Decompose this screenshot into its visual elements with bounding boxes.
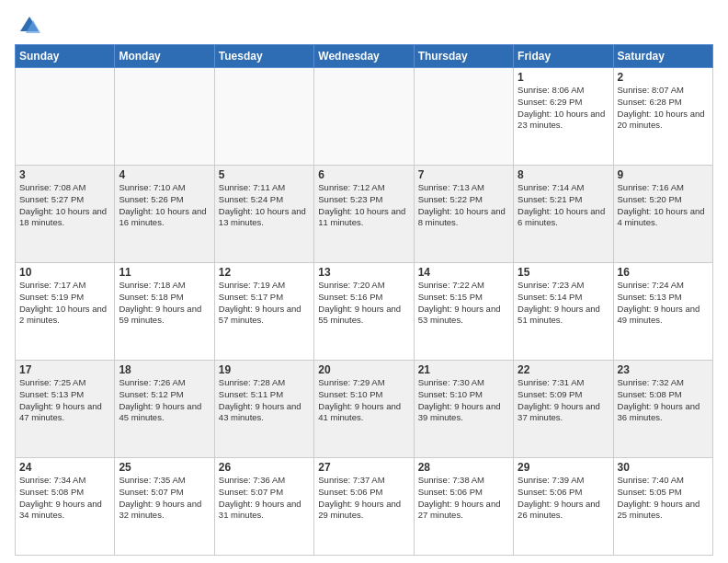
day-info: Sunrise: 7:39 AM Sunset: 5:06 PM Dayligh…: [518, 475, 609, 522]
day-number: 29: [518, 461, 609, 474]
day-number: 10: [19, 266, 110, 279]
day-number: 26: [219, 461, 310, 474]
calendar-cell: 30Sunrise: 7:40 AM Sunset: 5:05 PM Dayli…: [613, 458, 712, 556]
day-number: 30: [618, 461, 709, 474]
calendar-week-row: 24Sunrise: 7:34 AM Sunset: 5:08 PM Dayli…: [16, 458, 713, 556]
calendar-cell: 24Sunrise: 7:34 AM Sunset: 5:08 PM Dayli…: [16, 458, 115, 556]
day-info: Sunrise: 7:32 AM Sunset: 5:08 PM Dayligh…: [618, 377, 709, 424]
weekday-header-thursday: Thursday: [414, 45, 513, 68]
logo-area: [15, 9, 42, 39]
day-info: Sunrise: 7:16 AM Sunset: 5:20 PM Dayligh…: [618, 182, 709, 229]
calendar-cell: 15Sunrise: 7:23 AM Sunset: 5:14 PM Dayli…: [514, 263, 613, 361]
weekday-header-monday: Monday: [115, 45, 214, 68]
calendar-cell: 18Sunrise: 7:26 AM Sunset: 5:12 PM Dayli…: [115, 361, 214, 458]
calendar-cell: 12Sunrise: 7:19 AM Sunset: 5:17 PM Dayli…: [214, 263, 313, 361]
day-info: Sunrise: 7:14 AM Sunset: 5:21 PM Dayligh…: [518, 182, 609, 229]
calendar-cell: 25Sunrise: 7:35 AM Sunset: 5:07 PM Dayli…: [115, 458, 214, 556]
calendar-cell: 13Sunrise: 7:20 AM Sunset: 5:16 PM Dayli…: [314, 263, 414, 361]
calendar-cell: [314, 68, 414, 166]
calendar-cell: [115, 68, 214, 166]
day-number: 17: [19, 363, 110, 376]
day-number: 19: [219, 363, 310, 376]
day-info: Sunrise: 7:11 AM Sunset: 5:24 PM Dayligh…: [219, 182, 310, 229]
day-info: Sunrise: 7:20 AM Sunset: 5:16 PM Dayligh…: [318, 280, 409, 327]
day-info: Sunrise: 7:22 AM Sunset: 5:15 PM Dayligh…: [418, 280, 509, 327]
day-number: 1: [518, 71, 609, 84]
calendar-cell: 9Sunrise: 7:16 AM Sunset: 5:20 PM Daylig…: [613, 166, 712, 263]
calendar-cell: 16Sunrise: 7:24 AM Sunset: 5:13 PM Dayli…: [613, 263, 712, 361]
day-info: Sunrise: 7:17 AM Sunset: 5:19 PM Dayligh…: [19, 280, 110, 327]
calendar-cell: 17Sunrise: 7:25 AM Sunset: 5:13 PM Dayli…: [16, 361, 115, 458]
weekday-header-row: SundayMondayTuesdayWednesdayThursdayFrid…: [16, 45, 713, 68]
calendar-cell: 2Sunrise: 8:07 AM Sunset: 6:28 PM Daylig…: [613, 68, 712, 166]
day-number: 14: [418, 266, 509, 279]
day-info: Sunrise: 8:07 AM Sunset: 6:28 PM Dayligh…: [618, 85, 709, 132]
calendar-cell: 3Sunrise: 7:08 AM Sunset: 5:27 PM Daylig…: [16, 166, 115, 263]
day-info: Sunrise: 7:37 AM Sunset: 5:06 PM Dayligh…: [318, 475, 409, 522]
day-number: 28: [418, 461, 509, 474]
day-info: Sunrise: 7:29 AM Sunset: 5:10 PM Dayligh…: [318, 377, 409, 424]
day-number: 5: [219, 168, 310, 181]
calendar-cell: 11Sunrise: 7:18 AM Sunset: 5:18 PM Dayli…: [115, 263, 214, 361]
weekday-header-friday: Friday: [514, 45, 613, 68]
calendar-week-row: 3Sunrise: 7:08 AM Sunset: 5:27 PM Daylig…: [16, 166, 713, 263]
calendar-cell: 1Sunrise: 8:06 AM Sunset: 6:29 PM Daylig…: [514, 68, 613, 166]
calendar-cell: 6Sunrise: 7:12 AM Sunset: 5:23 PM Daylig…: [314, 166, 414, 263]
weekday-header-saturday: Saturday: [613, 45, 712, 68]
calendar-cell: 22Sunrise: 7:31 AM Sunset: 5:09 PM Dayli…: [514, 361, 613, 458]
day-number: 7: [418, 168, 509, 181]
calendar-cell: 21Sunrise: 7:30 AM Sunset: 5:10 PM Dayli…: [414, 361, 513, 458]
calendar-cell: 28Sunrise: 7:38 AM Sunset: 5:06 PM Dayli…: [414, 458, 513, 556]
calendar-cell: 8Sunrise: 7:14 AM Sunset: 5:21 PM Daylig…: [514, 166, 613, 263]
header: [15, 9, 713, 39]
calendar-cell: [214, 68, 313, 166]
calendar-cell: 14Sunrise: 7:22 AM Sunset: 5:15 PM Dayli…: [414, 263, 513, 361]
day-info: Sunrise: 7:40 AM Sunset: 5:05 PM Dayligh…: [618, 475, 709, 522]
calendar-cell: 7Sunrise: 7:13 AM Sunset: 5:22 PM Daylig…: [414, 166, 513, 263]
day-info: Sunrise: 7:10 AM Sunset: 5:26 PM Dayligh…: [119, 182, 210, 229]
calendar-cell: 29Sunrise: 7:39 AM Sunset: 5:06 PM Dayli…: [514, 458, 613, 556]
day-number: 15: [518, 266, 609, 279]
day-number: 3: [19, 168, 110, 181]
day-info: Sunrise: 7:36 AM Sunset: 5:07 PM Dayligh…: [219, 475, 310, 522]
day-info: Sunrise: 7:31 AM Sunset: 5:09 PM Dayligh…: [518, 377, 609, 424]
day-number: 12: [219, 266, 310, 279]
calendar-cell: 23Sunrise: 7:32 AM Sunset: 5:08 PM Dayli…: [613, 361, 712, 458]
day-info: Sunrise: 7:28 AM Sunset: 5:11 PM Dayligh…: [219, 377, 310, 424]
calendar-cell: 10Sunrise: 7:17 AM Sunset: 5:19 PM Dayli…: [16, 263, 115, 361]
day-info: Sunrise: 7:13 AM Sunset: 5:22 PM Dayligh…: [418, 182, 509, 229]
calendar-cell: [16, 68, 115, 166]
day-number: 25: [119, 461, 210, 474]
day-number: 22: [518, 363, 609, 376]
day-info: Sunrise: 8:06 AM Sunset: 6:29 PM Dayligh…: [518, 85, 609, 132]
weekday-header-tuesday: Tuesday: [214, 45, 313, 68]
day-info: Sunrise: 7:30 AM Sunset: 5:10 PM Dayligh…: [418, 377, 509, 424]
weekday-header-wednesday: Wednesday: [314, 45, 414, 68]
calendar-cell: 19Sunrise: 7:28 AM Sunset: 5:11 PM Dayli…: [214, 361, 313, 458]
day-info: Sunrise: 7:23 AM Sunset: 5:14 PM Dayligh…: [518, 280, 609, 327]
day-info: Sunrise: 7:08 AM Sunset: 5:27 PM Dayligh…: [19, 182, 110, 229]
calendar-cell: 5Sunrise: 7:11 AM Sunset: 5:24 PM Daylig…: [214, 166, 313, 263]
day-number: 2: [618, 71, 709, 84]
weekday-header-sunday: Sunday: [16, 45, 115, 68]
calendar-cell: 4Sunrise: 7:10 AM Sunset: 5:26 PM Daylig…: [115, 166, 214, 263]
day-info: Sunrise: 7:35 AM Sunset: 5:07 PM Dayligh…: [119, 475, 210, 522]
calendar-cell: [414, 68, 513, 166]
calendar-table: SundayMondayTuesdayWednesdayThursdayFrid…: [15, 44, 713, 556]
day-number: 18: [119, 363, 210, 376]
day-info: Sunrise: 7:19 AM Sunset: 5:17 PM Dayligh…: [219, 280, 310, 327]
day-number: 11: [119, 266, 210, 279]
day-number: 4: [119, 168, 210, 181]
page: SundayMondayTuesdayWednesdayThursdayFrid…: [0, 0, 728, 563]
day-number: 6: [318, 168, 409, 181]
day-number: 24: [19, 461, 110, 474]
day-number: 9: [618, 168, 709, 181]
day-info: Sunrise: 7:34 AM Sunset: 5:08 PM Dayligh…: [19, 475, 110, 522]
day-info: Sunrise: 7:12 AM Sunset: 5:23 PM Dayligh…: [318, 182, 409, 229]
calendar-week-row: 1Sunrise: 8:06 AM Sunset: 6:29 PM Daylig…: [16, 68, 713, 166]
day-number: 21: [418, 363, 509, 376]
day-info: Sunrise: 7:18 AM Sunset: 5:18 PM Dayligh…: [119, 280, 210, 327]
day-number: 8: [518, 168, 609, 181]
calendar-cell: 20Sunrise: 7:29 AM Sunset: 5:10 PM Dayli…: [314, 361, 414, 458]
calendar-week-row: 10Sunrise: 7:17 AM Sunset: 5:19 PM Dayli…: [16, 263, 713, 361]
